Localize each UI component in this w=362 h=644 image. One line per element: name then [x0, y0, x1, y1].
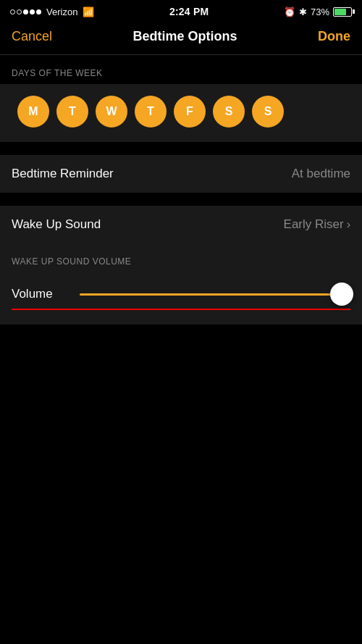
bedtime-reminder-value: At bedtime	[292, 167, 350, 181]
separator-2	[0, 193, 362, 206]
day-friday[interactable]: F	[174, 96, 206, 127]
alarm-icon: ⏰	[284, 7, 295, 17]
status-right: ⏰ ✱ 73%	[284, 7, 352, 17]
battery-fill	[334, 9, 346, 15]
chevron-icon: ›	[347, 218, 350, 231]
wifi-icon: 📶	[83, 7, 94, 17]
wake-up-sound-label: Wake Up Sound	[12, 217, 101, 232]
volume-section: Volume	[0, 272, 362, 325]
volume-slider-container[interactable]	[80, 283, 350, 306]
signal-dot-3	[23, 9, 28, 14]
day-sunday[interactable]: S	[252, 96, 284, 127]
wake-up-sound-value-container: Early Riser ›	[284, 217, 350, 232]
volume-slider-track	[80, 293, 350, 296]
signal-dot-1	[10, 9, 15, 14]
day-thursday[interactable]: T	[135, 96, 167, 127]
page-title: Bedtime Options	[133, 29, 237, 44]
status-bar: Verizon 📶 2:24 PM ⏰ ✱ 73%	[0, 0, 362, 22]
volume-row: Volume	[12, 272, 350, 306]
carrier-label: Verizon	[46, 7, 77, 17]
day-saturday[interactable]: S	[213, 96, 245, 127]
day-wednesday[interactable]: W	[96, 96, 127, 127]
day-tuesday[interactable]: T	[56, 96, 88, 127]
separator-1	[0, 142, 362, 155]
bedtime-reminder-row[interactable]: Bedtime Reminder At bedtime	[0, 155, 362, 193]
bedtime-reminder-label: Bedtime Reminder	[12, 167, 114, 181]
battery-icon	[333, 7, 352, 17]
cancel-button[interactable]: Cancel	[12, 29, 52, 44]
signal-dot-2	[17, 9, 22, 14]
signal-dot-5	[36, 9, 41, 14]
volume-slider-thumb[interactable]	[330, 283, 353, 306]
wake-up-sound-row[interactable]: Wake Up Sound Early Riser ›	[0, 206, 362, 243]
red-line	[12, 309, 350, 310]
days-section-label: DAYS OF THE WEEK	[0, 55, 362, 84]
volume-section-wrapper: WAKE UP SOUND VOLUME Volume	[0, 243, 362, 325]
wake-up-sound-value: Early Riser	[284, 217, 344, 232]
bedtime-reminder-section: Bedtime Reminder At bedtime	[0, 155, 362, 193]
day-monday[interactable]: M	[17, 96, 49, 127]
done-button[interactable]: Done	[318, 29, 350, 44]
signal-dot-4	[30, 9, 35, 14]
wake-up-sound-section: Wake Up Sound Early Riser ›	[0, 206, 362, 243]
signal-dots	[10, 9, 41, 14]
volume-label: Volume	[12, 287, 70, 301]
days-section: DAYS OF THE WEEK M T W T F S S	[0, 55, 362, 142]
status-left: Verizon 📶	[10, 7, 94, 17]
days-container: M T W T F S S	[0, 84, 362, 142]
battery-percent: 73%	[311, 7, 329, 17]
days-row: M T W T F S S	[12, 96, 350, 127]
volume-section-label: WAKE UP SOUND VOLUME	[0, 243, 362, 272]
bluetooth-icon: ✱	[299, 7, 307, 17]
nav-bar: Cancel Bedtime Options Done	[0, 22, 362, 55]
status-time: 2:24 PM	[169, 6, 209, 17]
